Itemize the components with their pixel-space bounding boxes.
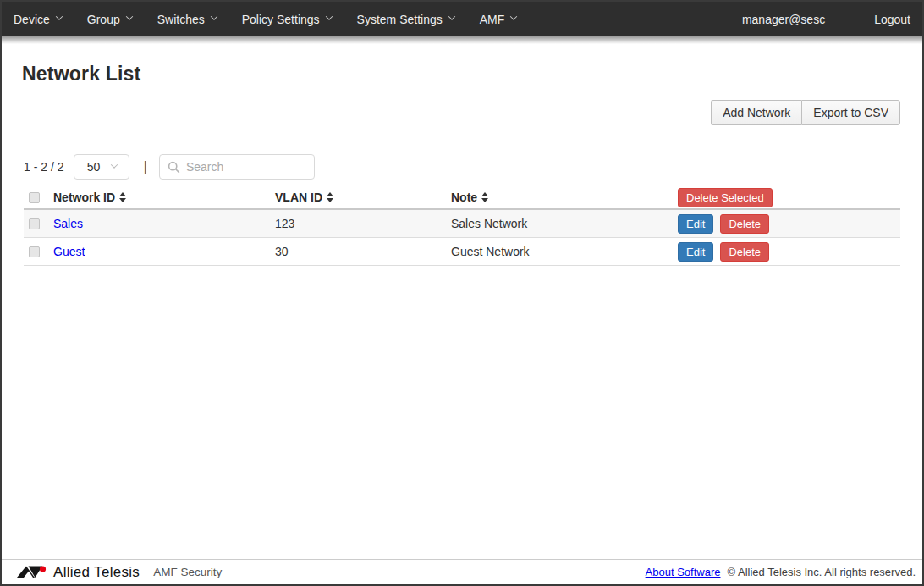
nav-item-amf[interactable]: AMF bbox=[480, 13, 517, 26]
chevron-down-icon bbox=[125, 13, 132, 19]
about-software-link[interactable]: About Software bbox=[646, 566, 721, 578]
nav-item-label: AMF bbox=[480, 13, 505, 26]
column-label: Network ID bbox=[53, 191, 115, 204]
app-window: Device Group Switches Policy Settings Sy… bbox=[0, 0, 924, 586]
footer-right: About Software © Allied Telesis Inc. All… bbox=[646, 566, 916, 578]
main-content: Network List Add Network Export to CSV 1… bbox=[2, 63, 922, 266]
table-row: Sales 123 Sales Network Edit Delete bbox=[24, 210, 900, 238]
chevron-down-icon bbox=[325, 13, 332, 19]
page-size-value: 50 bbox=[87, 160, 101, 174]
vlan-id-cell: 123 bbox=[275, 217, 451, 230]
column-label: Note bbox=[451, 191, 477, 204]
toolbar-button-group: Add Network Export to CSV bbox=[711, 100, 900, 125]
logout-button[interactable]: Logout bbox=[874, 13, 910, 26]
delete-selected-button[interactable]: Delete Selected bbox=[678, 188, 773, 207]
table-row: Guest 30 Guest Network Edit Delete bbox=[24, 238, 900, 266]
column-header-vlan-id[interactable]: VLAN ID bbox=[275, 191, 333, 204]
nav-item-label: Policy Settings bbox=[242, 13, 320, 26]
table-body: Sales 123 Sales Network Edit Delete Gues… bbox=[24, 210, 900, 266]
nav-item-device[interactable]: Device bbox=[14, 13, 62, 26]
search-box bbox=[159, 154, 315, 180]
column-header-note[interactable]: Note bbox=[451, 191, 488, 204]
edit-button[interactable]: Edit bbox=[678, 242, 713, 262]
nav-item-label: Group bbox=[87, 13, 120, 26]
chevron-down-icon bbox=[448, 13, 454, 19]
select-all-checkbox[interactable] bbox=[29, 192, 40, 203]
export-csv-button[interactable]: Export to CSV bbox=[801, 100, 900, 125]
table-header-row: Network ID VLAN ID Note bbox=[24, 186, 900, 210]
column-header-network-id[interactable]: Network ID bbox=[53, 191, 126, 204]
page-size-select[interactable]: 50 bbox=[74, 154, 129, 180]
nav-menu: Device Group Switches Policy Settings Sy… bbox=[14, 13, 516, 26]
nav-item-switches[interactable]: Switches bbox=[157, 13, 217, 26]
pagination-range: 1 - 2 / 2 bbox=[24, 160, 63, 174]
sort-icon bbox=[327, 192, 333, 202]
product-name: AMF Security bbox=[153, 566, 222, 578]
footer: Allied Telesis AMF Security About Softwa… bbox=[2, 559, 922, 584]
row-checkbox[interactable] bbox=[29, 218, 40, 229]
column-label: VLAN ID bbox=[275, 191, 322, 204]
chevron-down-icon bbox=[510, 13, 517, 19]
nav-user-area: manager@sesc Logout bbox=[742, 13, 910, 26]
add-network-button[interactable]: Add Network bbox=[711, 100, 801, 125]
copyright-text: © Allied Telesis Inc. All rights reserve… bbox=[728, 566, 916, 578]
nav-item-label: Device bbox=[14, 13, 50, 26]
chevron-down-icon bbox=[111, 161, 118, 168]
network-table: Network ID VLAN ID Note bbox=[24, 186, 900, 266]
network-id-link[interactable]: Sales bbox=[53, 217, 83, 230]
edit-button[interactable]: Edit bbox=[678, 214, 713, 234]
vlan-id-cell: 30 bbox=[275, 245, 451, 258]
note-cell: Guest Network bbox=[451, 245, 678, 258]
search-input[interactable] bbox=[186, 160, 306, 174]
delete-button[interactable]: Delete bbox=[720, 214, 769, 234]
network-id-link[interactable]: Guest bbox=[53, 245, 85, 258]
row-checkbox[interactable] bbox=[29, 246, 40, 257]
nav-item-system-settings[interactable]: System Settings bbox=[357, 13, 454, 26]
chevron-down-icon bbox=[56, 13, 63, 19]
note-cell: Sales Network bbox=[451, 217, 678, 230]
top-navbar: Device Group Switches Policy Settings Sy… bbox=[2, 2, 922, 36]
allied-telesis-logo-icon bbox=[17, 565, 47, 579]
delete-button[interactable]: Delete bbox=[720, 242, 769, 262]
chevron-down-icon bbox=[211, 13, 217, 19]
nav-item-label: Switches bbox=[157, 13, 205, 26]
page-title: Network List bbox=[22, 63, 900, 86]
logged-in-user: manager@sesc bbox=[742, 13, 825, 26]
nav-item-group[interactable]: Group bbox=[87, 13, 132, 26]
sort-icon bbox=[481, 192, 488, 202]
navbar-shadow bbox=[2, 36, 922, 44]
list-controls: 1 - 2 / 2 50 | bbox=[24, 154, 900, 180]
toolbar: Add Network Export to CSV bbox=[24, 100, 900, 125]
search-icon bbox=[168, 161, 180, 174]
brand: Allied Telesis AMF Security bbox=[17, 564, 222, 581]
brand-name: Allied Telesis bbox=[53, 564, 140, 581]
nav-item-label: System Settings bbox=[357, 13, 443, 26]
sort-icon bbox=[119, 192, 126, 202]
nav-item-policy-settings[interactable]: Policy Settings bbox=[242, 13, 332, 26]
controls-separator: | bbox=[143, 158, 146, 175]
